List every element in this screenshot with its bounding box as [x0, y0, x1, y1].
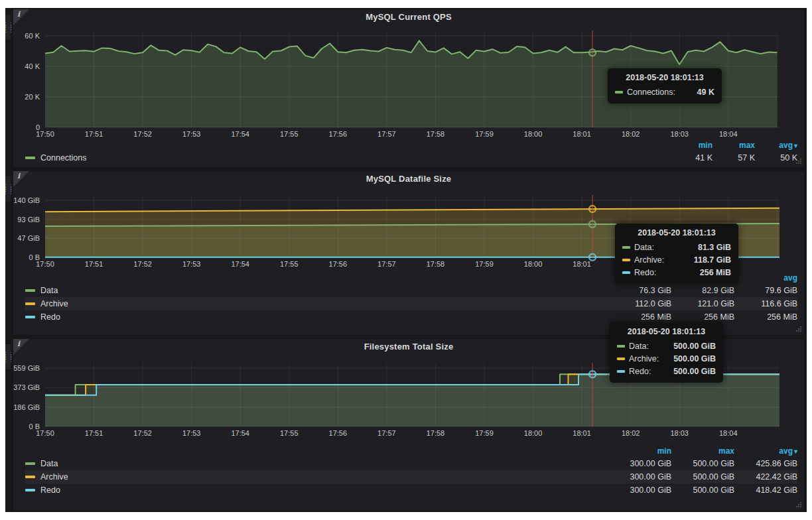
series-color-dash	[25, 289, 35, 292]
y-axis-tick-label: 186 GiB	[13, 403, 40, 411]
tooltip-row: Data: 500.00 GiB	[617, 340, 716, 352]
x-axis-tick-label: 18:04	[719, 130, 738, 138]
legend-item-redo[interactable]: Redo	[25, 486, 60, 495]
x-axis-tick-label: 17:56	[329, 260, 348, 268]
sort-min-header[interactable]: min	[670, 141, 712, 150]
x-axis-tick-label: 17:57	[377, 130, 396, 138]
series-color-dash	[25, 489, 35, 491]
x-axis-tick-label: 17:59	[475, 260, 494, 268]
x-axis-tick-label: 18:02	[622, 130, 640, 138]
y-axis-tick-label: 60 K	[25, 32, 40, 40]
x-axis-tick-label: 18:00	[524, 429, 543, 437]
legend-item-archive[interactable]: Archive	[25, 472, 68, 482]
tooltip-row: Archive: 500.00 GiB	[617, 352, 716, 365]
x-axis-tick-label: 17:52	[133, 260, 152, 268]
panel-resize-handle[interactable]	[795, 326, 802, 333]
panel-drag-handle[interactable]: ⋮⋮⋮⋮⋮⋮	[5, 15, 11, 40]
y-axis-tick-label: 47 GiB	[17, 234, 40, 242]
panel-info-icon[interactable]: i	[13, 171, 29, 187]
stat-avg-value: 418.42 GiB	[734, 486, 797, 495]
y-axis-tick-label: 373 GiB	[13, 383, 40, 391]
tooltip-series-label: Connections:	[627, 88, 675, 97]
x-axis-tick-label: 18:03	[670, 429, 689, 437]
x-axis-tick-label: 17:50	[36, 130, 54, 138]
legend-table: min max avg▾ Connections 41 K 57 K 50 K	[13, 139, 804, 164]
series-color-dash	[617, 358, 625, 360]
y-axis-tick-label: 40 K	[25, 62, 40, 70]
stat-min-value: 76.3 GiB	[608, 286, 671, 295]
sort-caret-icon: ▾	[794, 142, 797, 149]
stat-min-value: 112.0 GiB	[608, 299, 671, 308]
legend-row-data: Data 300.00 GiB 500.00 GiB 425.86 GiB	[25, 457, 797, 470]
legend-label: Redo	[40, 486, 60, 495]
panel-drag-handle[interactable]: ⋮⋮⋮⋮⋮⋮	[5, 176, 11, 202]
x-axis-tick-label: 17:51	[85, 130, 103, 138]
legend-label: Data	[40, 459, 58, 468]
legend-item-data[interactable]: Data	[25, 286, 58, 295]
panel-resize-handle[interactable]	[795, 158, 802, 165]
tooltip-series-value: 500.00 GiB	[663, 354, 716, 363]
panel-title[interactable]: MySQL Current QPS	[13, 9, 804, 25]
sort-avg-header[interactable]: avg▾	[755, 141, 797, 150]
sort-min-header[interactable]: min	[608, 446, 671, 456]
sort-avg-header[interactable]: avg▾	[734, 446, 797, 456]
x-axis-tick-label: 17:53	[182, 130, 201, 138]
tooltip-row: Redo: 500.00 GiB	[617, 365, 716, 377]
panel-info-icon[interactable]: i	[13, 339, 29, 355]
x-axis-tick-label: 17:58	[427, 260, 445, 268]
legend-table: min max avg▾ Data 300.00 GiB 500.00 GiB …	[13, 445, 804, 497]
series-color-dash	[25, 462, 35, 465]
stat-max-value: 57 K	[712, 153, 755, 162]
tooltip-row: Data: 81.3 GiB	[622, 241, 731, 253]
tooltip-filesystem: 2018-05-20 18:01:13 Data: 500.00 GiB Arc…	[610, 322, 723, 383]
x-axis-tick-label: 17:53	[182, 260, 201, 268]
tooltip-qps: 2018-05-20 18:01:13 Connections: 49 K	[608, 68, 722, 103]
panel-drag-handle[interactable]: ⋮⋮⋮⋮⋮⋮	[5, 344, 11, 369]
x-axis-tick-label: 18:00	[524, 130, 543, 138]
y-axis-tick-label: 20 K	[25, 93, 40, 101]
legend-row-archive: Archive 112.0 GiB 121.0 GiB 116.6 GiB	[25, 297, 797, 310]
x-axis-tick-label: 18:04	[719, 429, 738, 437]
legend-item-redo[interactable]: Redo	[25, 312, 60, 322]
tooltip-series-label: Redo:	[629, 367, 651, 376]
x-axis-tick-label: 17:51	[85, 429, 103, 437]
legend-stats-header: min max avg▾	[25, 445, 797, 457]
tooltip-datafile: 2018-05-20 18:01:13 Data: 81.3 GiB Archi…	[615, 224, 738, 284]
x-axis-tick-label: 17:58	[427, 429, 445, 437]
sort-max-header[interactable]: max	[671, 446, 734, 456]
x-axis-tick-label: 17:50	[36, 260, 54, 268]
legend-item-data[interactable]: Data	[25, 459, 58, 468]
drag-dots-icon: ⋮⋮⋮⋮⋮⋮	[3, 23, 13, 31]
stat-max-value: 256 MiB	[671, 312, 734, 322]
sort-avg-header[interactable]: avg	[734, 273, 797, 283]
tooltip-timestamp: 2018-05-20 18:01:13	[622, 228, 731, 237]
tooltip-series-label: Data:	[629, 342, 649, 351]
series-color-dash	[622, 259, 630, 261]
tooltip-row: Archive: 118.7 GiB	[622, 253, 731, 266]
x-axis-tick-label: 17:52	[133, 130, 152, 138]
stat-min-value: 41 K	[670, 153, 712, 162]
legend-item-archive[interactable]: Archive	[25, 299, 68, 308]
series-color-dash	[25, 157, 35, 159]
tooltip-series-value: 118.7 GiB	[683, 255, 731, 265]
panel-resize-handle[interactable]	[795, 501, 802, 509]
x-axis-tick-label: 17:52	[133, 429, 152, 437]
x-axis-tick-label: 18:01	[573, 130, 591, 138]
legend-stats-header: min max avg▾	[25, 139, 797, 151]
tooltip-timestamp: 2018-05-20 18:01:13	[617, 327, 716, 336]
legend-label: Data	[40, 286, 58, 295]
x-axis-tick-label: 17:59	[475, 130, 494, 138]
sort-max-header[interactable]: max	[712, 141, 755, 150]
x-axis-tick-label: 18:00	[524, 260, 543, 268]
stat-max-value: 500.00 GiB	[671, 472, 734, 482]
tooltip-series-value: 500.00 GiB	[663, 367, 716, 376]
y-axis-tick-label: 93 GiB	[17, 216, 40, 224]
panel-title[interactable]: MySQL Datafile Size	[13, 171, 804, 187]
x-axis-tick-label: 18:01	[573, 429, 591, 437]
panel-info-icon[interactable]: i	[13, 9, 29, 25]
x-axis-tick-label: 17:55	[280, 429, 299, 437]
tooltip-series-value: 256 MiB	[689, 268, 731, 277]
y-axis-tick-label: 140 GiB	[13, 196, 40, 204]
legend-item-connections[interactable]: Connections	[25, 153, 87, 162]
series-color-dash	[25, 476, 35, 478]
